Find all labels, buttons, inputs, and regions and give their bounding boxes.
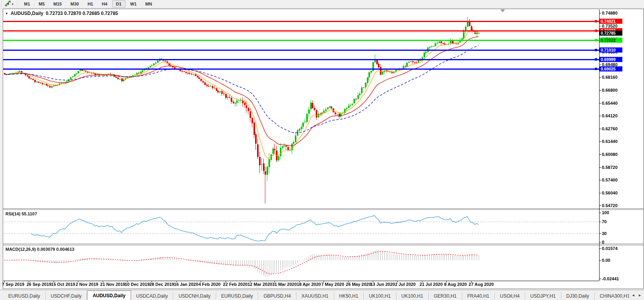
chart-tab[interactable]: DJ30,Daily <box>561 292 595 300</box>
chart-tab[interactable]: XAUUSD,H1 <box>296 292 334 300</box>
chevron-down-icon[interactable]: ▾ <box>12 2 13 6</box>
timeframe-button-m15[interactable]: M15 <box>50 0 66 7</box>
chart-tab[interactable]: HK50,H1 <box>334 292 364 300</box>
chart-tab[interactable]: USDCHF,Daily <box>46 292 87 300</box>
timeframe-toolbar: ▾ M1M5M15M30H1H4D1W1MN <box>0 0 644 8</box>
chart-tab[interactable]: UK100,H1 <box>396 292 429 300</box>
tab-strip: EURUSD,DailyUSDCHF,DailyAUDUSD,DailyUSDC… <box>0 291 629 300</box>
timeframe-button-h4[interactable]: H4 <box>98 0 111 7</box>
tab-bar: EURUSD,DailyUSDCHF,DailyAUDUSD,DailyUSDC… <box>0 290 644 300</box>
chart-tab[interactable]: GER30,H1 <box>429 292 462 300</box>
timeframe-button-m5[interactable]: M5 <box>35 0 48 7</box>
timeframe-button-group: M1M5M15M30H1H4D1W1MN <box>20 0 156 7</box>
chart-canvas[interactable] <box>0 0 644 300</box>
tab-scroll-right-button[interactable]: ► <box>638 293 642 297</box>
chart-tab[interactable]: CHINA300,H1 <box>595 292 629 300</box>
chart-tab[interactable]: USDCAD,Daily <box>131 292 174 300</box>
timeframe-button-h1[interactable]: H1 <box>83 0 97 7</box>
chart-tab[interactable]: USDJPY,H1 <box>525 292 561 300</box>
timeframe-button-w1[interactable]: W1 <box>126 0 141 7</box>
chart-tab[interactable]: AUDUSD,Daily <box>87 291 131 300</box>
timeframe-button-m30[interactable]: M30 <box>67 0 83 7</box>
timeframe-button-m1[interactable]: M1 <box>20 0 34 7</box>
chart-tab[interactable]: USOil,H4 <box>495 292 525 300</box>
timeframe-button-mn[interactable]: MN <box>141 0 156 7</box>
chart-tab[interactable]: EURUSD,Daily <box>216 292 259 300</box>
timeframe-button-d1[interactable]: D1 <box>112 0 126 7</box>
tab-scroll-left-button[interactable]: ◄ <box>631 293 635 297</box>
chart-tab[interactable]: EURUSD,Daily <box>3 292 46 300</box>
chart-tab[interactable]: USDCNH,Daily <box>173 292 216 300</box>
chart-tab[interactable]: UK100,H1 <box>364 292 396 300</box>
chart-cursor-icon[interactable] <box>4 1 11 7</box>
toolbar-drag-handle[interactable] <box>1 1 3 7</box>
tab-scroll-buttons: ◄ ► <box>629 290 644 300</box>
chart-tab[interactable]: FRA40,H1 <box>462 292 495 300</box>
chart-tab[interactable]: GBPUSD,H4 <box>258 292 296 300</box>
toolbar-separator <box>16 1 18 7</box>
